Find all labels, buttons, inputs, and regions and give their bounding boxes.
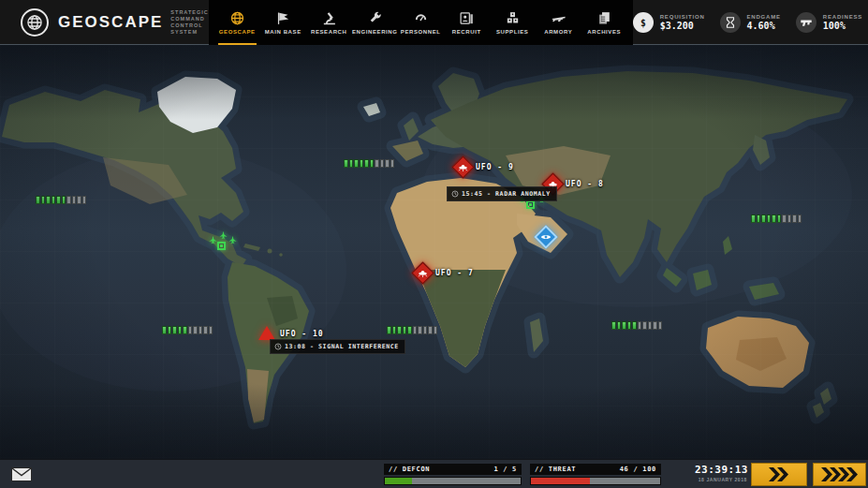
rifle-icon (551, 10, 566, 26)
event-tooltip-text: 13:08 - SIGNAL INTERFERENCE (285, 343, 399, 350)
region-progress-bar (611, 321, 662, 330)
bar-segment (354, 159, 359, 168)
bar-segment (72, 196, 77, 204)
bar-segment (751, 214, 756, 223)
bar-segment (418, 326, 422, 334)
bar-segment (428, 326, 433, 334)
world-map[interactable]: UFO - 9UFO - 8UFO - 7UFO - 1015:45 - RAD… (0, 45, 868, 459)
bar-segment (344, 159, 348, 168)
fastest-forward-button[interactable] (813, 463, 866, 486)
tab-main-base[interactable]: MAIN BASE (260, 0, 306, 45)
microscope-icon (321, 10, 337, 26)
bar-segment (757, 214, 761, 223)
clock-icon (451, 190, 459, 198)
region-progress-bar (36, 196, 86, 204)
envelope-icon[interactable] (11, 467, 32, 481)
base-marker-icon (217, 242, 226, 250)
ufo-contact-label: UFO - 7 (435, 269, 474, 277)
bar-segment (407, 326, 412, 334)
bar-segment (375, 159, 379, 168)
bar-segment (66, 196, 71, 204)
stat-value: $3.200 (660, 21, 705, 31)
tab-archives[interactable]: ARCHIVES (581, 0, 627, 45)
tab-label: GEOSCAPE (219, 29, 256, 35)
bar-segment (178, 326, 183, 334)
geoscape-screen: GEOSCAPE STRATEGIC COMMAND CONTROL SYSTE… (0, 0, 868, 488)
stat-endgame: ENDGAME4.60% (720, 12, 781, 33)
eye-icon (540, 233, 552, 241)
bar-segment (434, 326, 438, 334)
bar-segment (611, 321, 616, 330)
app-title: GEOSCAPE (58, 13, 163, 32)
stat-readiness: READINESS100% (796, 12, 862, 33)
globe-icon (21, 8, 49, 37)
threat-fill (531, 478, 590, 484)
stat-label: ENDGAME (747, 14, 781, 20)
tab-engineering[interactable]: ENGINEERING (352, 0, 398, 45)
tab-label: ARMORY (544, 29, 572, 35)
event-tooltip-text: 15:45 - RADAR ANOMALY (462, 190, 551, 198)
chevrons-2-icon (769, 467, 789, 481)
bottom-bar: // DEFCON 1 / 5 // THREAT 46 / 100 23:39… (0, 459, 868, 488)
crates-icon (505, 10, 521, 26)
jet-icon (228, 235, 238, 245)
bar-segment (787, 214, 792, 223)
tab-label: PERSONNEL (401, 29, 441, 35)
app-subtitle: STRATEGIC COMMAND CONTROL SYSTEM (170, 9, 208, 36)
main-nav: GEOSCAPEMAIN BASERESEARCHENGINEERINGPERS… (209, 0, 633, 45)
stat-label: REQUISITION (660, 14, 705, 20)
tab-label: ARCHIVES (587, 29, 621, 35)
base-marker-icon (526, 200, 535, 209)
bar-segment (658, 321, 663, 330)
bar-segment (370, 159, 375, 168)
bar-segment (172, 326, 177, 334)
bar-segment (380, 159, 385, 168)
tab-label: SUPPLIES (496, 29, 528, 35)
tab-label: MAIN BASE (265, 29, 302, 35)
bar-segment (761, 214, 766, 223)
bar-segment (767, 214, 772, 223)
bar-segment (199, 326, 203, 334)
app-logo: GEOSCAPE STRATEGIC COMMAND CONTROL SYSTE… (0, 0, 209, 44)
region-progress-bar (344, 159, 394, 168)
clock-date: 18 JANUARY 2018 (695, 477, 747, 482)
clock-icon (274, 343, 282, 350)
threat-track (530, 477, 661, 485)
bar-segment (209, 326, 213, 334)
stat-label: READINESS (823, 14, 862, 20)
ufo-icon (418, 268, 428, 278)
tab-armory[interactable]: ARMORY (536, 0, 581, 45)
warning-triangle-icon (258, 326, 275, 340)
top-bar: GEOSCAPE STRATEGIC COMMAND CONTROL SYSTE… (0, 0, 868, 45)
bar-segment (193, 326, 198, 334)
fast-forward-button[interactable] (751, 463, 807, 486)
bar-segment (349, 159, 354, 168)
stat-requisition: $REQUISITION$3.200 (633, 12, 705, 33)
jet-icon (218, 230, 228, 241)
region-progress-bar (387, 326, 437, 334)
tab-research[interactable]: RESEARCH (306, 0, 352, 45)
tab-recruit[interactable]: RECRUIT (444, 0, 490, 45)
bar-segment (364, 159, 369, 168)
game-clock: 23:39:13 18 JANUARY 2018 (695, 464, 747, 482)
tab-supplies[interactable]: SUPPLIES (490, 0, 536, 45)
tab-label: RESEARCH (311, 29, 346, 35)
defcon-fill (385, 478, 412, 484)
ufo-contact-label: UFO - 9 (476, 163, 514, 171)
tab-geoscape[interactable]: GEOSCAPE (214, 0, 260, 45)
defcon-label: // DEFCON (389, 466, 430, 473)
bar-segment (46, 196, 51, 204)
bar-segment (782, 214, 787, 223)
bar-segment (188, 326, 193, 334)
bar-segment (798, 214, 802, 223)
bar-segment (360, 159, 364, 168)
bar-segment (62, 196, 66, 204)
dollar-icon: $ (633, 12, 654, 33)
bar-segment (387, 326, 391, 334)
threat-label: // THREAT (535, 466, 576, 473)
bar-segment (413, 326, 418, 334)
bar-segment (638, 321, 642, 330)
ufo-contact-label: UFO - 10 (280, 330, 324, 338)
tab-personnel[interactable]: PERSONNEL (398, 0, 444, 45)
chevrons-4-icon (821, 467, 859, 481)
